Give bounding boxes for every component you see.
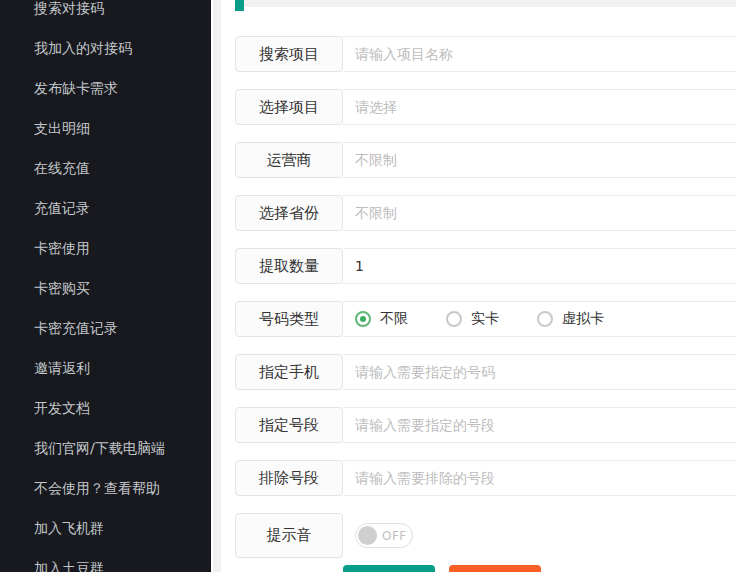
main-content: 搜索项目选择项目运营商选择省份提取数量号码类型不限实卡虚拟卡指定手机指定号段排除… — [222, 0, 736, 572]
field-area — [343, 89, 736, 125]
field-area — [343, 354, 736, 390]
field-label: 提示音 — [235, 513, 343, 558]
form-row-sound-toggle: 提示音OFF — [235, 513, 736, 558]
field-label: 指定手机 — [235, 354, 343, 390]
sidebar-item-6[interactable]: 卡密使用 — [0, 228, 211, 268]
specify-phone-input[interactable] — [355, 364, 736, 380]
field-label: 提取数量 — [235, 248, 343, 284]
form-row-specify-phone-input: 指定手机 — [235, 354, 736, 390]
form-row-include-prefix-input: 指定号段 — [235, 407, 736, 443]
secondary-action-button[interactable] — [449, 565, 541, 572]
extract-count-input[interactable] — [355, 258, 736, 274]
carrier-select[interactable] — [355, 152, 736, 168]
field-area — [343, 407, 736, 443]
sidebar-item-12[interactable]: 不会使用？查看帮助 — [0, 468, 211, 508]
sidebar-item-1[interactable]: 我加入的对接码 — [0, 28, 211, 68]
form-row-province-select: 选择省份 — [235, 195, 736, 231]
sound-toggle[interactable]: OFF — [355, 523, 413, 548]
field-label: 号码类型 — [235, 301, 343, 337]
field-label: 运营商 — [235, 142, 343, 178]
radio-unselected-icon — [446, 311, 462, 327]
sidebar-item-2[interactable]: 发布缺卡需求 — [0, 68, 211, 108]
form-row-extract-count-input: 提取数量 — [235, 248, 736, 284]
field-label: 选择省份 — [235, 195, 343, 231]
sidebar-item-9[interactable]: 邀请返利 — [0, 348, 211, 388]
sidebar-item-7[interactable]: 卡密购买 — [0, 268, 211, 308]
radio-option-label: 实卡 — [471, 310, 499, 328]
sidebar: 搜索对接码我加入的对接码发布缺卡需求支出明细在线充值充值记录卡密使用卡密购买卡密… — [0, 0, 211, 572]
panel-header-strip — [244, 0, 736, 7]
sidebar-item-8[interactable]: 卡密充值记录 — [0, 308, 211, 348]
project-search-input[interactable] — [355, 46, 736, 62]
radio-option-0[interactable]: 不限 — [355, 310, 408, 328]
sidebar-item-5[interactable]: 充值记录 — [0, 188, 211, 228]
field-area — [343, 195, 736, 231]
app-window: 搜索对接码我加入的对接码发布缺卡需求支出明细在线充值充值记录卡密使用卡密购买卡密… — [0, 0, 736, 572]
sidebar-item-10[interactable]: 开发文档 — [0, 388, 211, 428]
radio-unselected-icon — [537, 311, 553, 327]
field-label: 排除号段 — [235, 460, 343, 496]
field-area: 不限实卡虚拟卡 — [343, 301, 736, 337]
sidebar-item-0[interactable]: 搜索对接码 — [0, 0, 211, 28]
sidebar-item-11[interactable]: 我们官网/下载电脑端 — [0, 428, 211, 468]
radio-option-label: 不限 — [380, 310, 408, 328]
include-prefix-input[interactable] — [355, 417, 736, 433]
sidebar-item-4[interactable]: 在线充值 — [0, 148, 211, 188]
toggle-state-label: OFF — [382, 529, 407, 543]
extract-form: 搜索项目选择项目运营商选择省份提取数量号码类型不限实卡虚拟卡指定手机指定号段排除… — [222, 36, 736, 572]
radio-option-1[interactable]: 实卡 — [446, 310, 499, 328]
sidebar-item-13[interactable]: 加入飞机群 — [0, 508, 211, 548]
field-area — [343, 36, 736, 72]
form-row-project-select: 选择项目 — [235, 89, 736, 125]
toggle-knob-icon — [358, 526, 377, 545]
sidebar-menu: 搜索对接码我加入的对接码发布缺卡需求支出明细在线充值充值记录卡密使用卡密购买卡密… — [0, 0, 211, 572]
field-area: OFF — [343, 513, 736, 558]
form-row-project-search-input: 搜索项目 — [235, 36, 736, 72]
field-area — [343, 460, 736, 496]
field-label: 指定号段 — [235, 407, 343, 443]
scrollbar-track[interactable] — [213, 0, 221, 572]
field-label: 搜索项目 — [235, 36, 343, 72]
sidebar-item-14[interactable]: 加入土豆群 — [0, 548, 211, 572]
form-row-carrier-select: 运营商 — [235, 142, 736, 178]
primary-action-button[interactable] — [343, 565, 435, 572]
field-area — [343, 142, 736, 178]
radio-selected-icon — [355, 311, 371, 327]
panel-accent-bar — [235, 0, 244, 11]
radio-option-2[interactable]: 虚拟卡 — [537, 310, 604, 328]
field-area — [343, 248, 736, 284]
form-row-exclude-prefix-input: 排除号段 — [235, 460, 736, 496]
sidebar-item-3[interactable]: 支出明细 — [0, 108, 211, 148]
exclude-prefix-input[interactable] — [355, 470, 736, 486]
province-select[interactable] — [355, 205, 736, 221]
form-row-number-type-radio-group: 号码类型不限实卡虚拟卡 — [235, 301, 736, 337]
field-label: 选择项目 — [235, 89, 343, 125]
radio-option-label: 虚拟卡 — [562, 310, 604, 328]
project-select[interactable] — [355, 99, 736, 115]
